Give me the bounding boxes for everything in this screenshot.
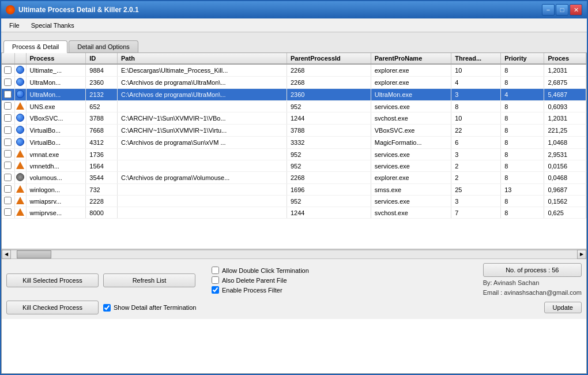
row-checkbox[interactable]	[4, 174, 12, 181]
table-row[interactable]: winlogon...7321696smss.exe25130,9687	[2, 184, 586, 196]
process-icon	[16, 114, 24, 122]
table-row[interactable]: VirtualBo...7668C:\ARCHIV~1\Sun\XVMVIR~1…	[2, 125, 586, 137]
process-name: UNS.exe	[26, 101, 86, 112]
menu-file[interactable]: File	[3, 21, 25, 30]
table-row[interactable]: vmnetdh...1564952services.exe280,0156	[2, 160, 586, 172]
show-detail-checkbox[interactable]	[103, 304, 111, 312]
threads: 2	[451, 172, 501, 184]
tab-process-detail[interactable]: Process & Detail	[3, 40, 67, 53]
col-id[interactable]: ID	[86, 53, 118, 64]
parent-id: 1244	[287, 112, 371, 125]
priority: 8	[501, 196, 544, 207]
close-button[interactable]: ✕	[570, 4, 582, 16]
parent-name: svchost.exe	[371, 207, 451, 219]
table-row[interactable]: wmiapsrv...2228952services.exe380,1562	[2, 196, 586, 207]
scroll-thumb[interactable]	[17, 250, 51, 258]
row-checkbox[interactable]	[4, 162, 12, 169]
row-checkbox[interactable]	[4, 150, 12, 158]
process-table-container[interactable]: Process ID Path ParentProcessId ParentPr…	[2, 53, 586, 249]
col-path[interactable]: Path	[118, 53, 287, 64]
parent-id: 2268	[287, 77, 371, 89]
row-icon-cell	[14, 196, 26, 207]
also-delete-checkbox[interactable]	[212, 276, 219, 284]
table-row[interactable]: UltraMon...2132C:\Archivos de programa\U…	[2, 89, 586, 101]
priority: 8	[501, 125, 544, 137]
row-checkbox[interactable]	[4, 138, 12, 146]
table-row[interactable]: UltraMon...2360C:\Archivos de programa\U…	[2, 77, 586, 89]
row-checkbox[interactable]	[4, 185, 12, 193]
menu-special-thanks[interactable]: Special Thanks	[25, 21, 80, 30]
row-icon-cell	[14, 125, 26, 137]
memory: 1,0468	[544, 137, 586, 149]
col-parent-name[interactable]: ParentProName	[371, 53, 451, 64]
scroll-right-button[interactable]: ▶	[577, 250, 586, 259]
kill-selected-button[interactable]: Kill Selected Process	[6, 273, 99, 287]
col-process[interactable]: Process	[26, 53, 86, 64]
scroll-left-button[interactable]: ◀	[2, 250, 11, 259]
process-count-box: No. of process : 56	[483, 263, 582, 277]
row-checkbox[interactable]	[4, 197, 12, 204]
process-id: 2228	[86, 196, 118, 207]
memory: 2,6875	[544, 77, 586, 89]
process-name: wmiapsrv...	[26, 196, 86, 207]
info-section: No. of process : 56 By: Avinash Sachan E…	[483, 263, 582, 297]
process-icon	[16, 66, 24, 74]
process-id: 1564	[86, 160, 118, 172]
process-name: vmnetdh...	[26, 160, 86, 172]
tab-detail-options[interactable]: Detail and Options	[69, 40, 138, 52]
col-mem[interactable]: Proces	[544, 53, 586, 64]
priority: 8	[501, 160, 544, 172]
table-row[interactable]: VirtualBo...4312C:\Archivos de programa\…	[2, 137, 586, 149]
col-priority[interactable]: Priority	[501, 53, 544, 64]
threads: 10	[451, 64, 501, 77]
parent-id: 2268	[287, 64, 371, 77]
row-checkbox[interactable]	[4, 208, 12, 216]
threads: 8	[451, 101, 501, 112]
credits-author: By: Avinash Sachan	[483, 278, 582, 288]
kill-checked-button[interactable]: Kill Checked Process	[6, 301, 99, 314]
threads: 3	[451, 89, 501, 101]
update-button[interactable]: Update	[544, 302, 582, 313]
threads: 3	[451, 196, 501, 207]
process-path	[118, 101, 287, 112]
process-id: 4312	[86, 137, 118, 149]
col-parent-id[interactable]: ParentProcessId	[287, 53, 371, 64]
row-checkbox[interactable]	[4, 66, 12, 74]
table-row[interactable]: volumous...3544C:\Archivos de programa\V…	[2, 172, 586, 184]
threads: 4	[451, 77, 501, 89]
memory: 0,0468	[544, 172, 586, 184]
scroll-track[interactable]	[11, 250, 577, 259]
row-checkbox[interactable]	[4, 114, 12, 122]
parent-id: 3788	[287, 125, 371, 137]
enable-filter-checkbox[interactable]	[212, 286, 219, 294]
parent-name: explorer.exe	[371, 77, 451, 89]
table-row[interactable]: VBoxSVC...3788C:\ARCHIV~1\Sun\XVMVIR~1\V…	[2, 112, 586, 125]
table-row[interactable]: wmiprvse...80001244svchost.exe780,625	[2, 207, 586, 219]
row-checkbox[interactable]	[4, 102, 12, 110]
maximize-button[interactable]: □	[556, 4, 568, 16]
priority: 13	[501, 184, 544, 196]
row-checkbox[interactable]	[4, 78, 12, 86]
col-icon	[14, 53, 26, 64]
col-threads[interactable]: Thread...	[451, 53, 501, 64]
row-icon-cell	[14, 64, 26, 77]
memory: 0,9687	[544, 184, 586, 196]
process-icon	[16, 138, 24, 146]
parent-name: services.exe	[371, 101, 451, 112]
refresh-list-button[interactable]: Refresh List	[103, 273, 195, 287]
table-row[interactable]: vmnat.exe1736952services.exe382,9531	[2, 149, 586, 160]
window-controls: − □ ✕	[542, 4, 582, 16]
process-name: VirtualBo...	[26, 125, 86, 137]
table-row[interactable]: UNS.exe652952services.exe880,6093	[2, 101, 586, 112]
process-path	[118, 160, 287, 172]
priority: 8	[501, 172, 544, 184]
horizontal-scrollbar[interactable]: ◀ ▶	[2, 249, 586, 258]
allow-double-click-checkbox[interactable]	[212, 267, 219, 274]
process-icon	[16, 173, 24, 181]
minimize-button[interactable]: −	[542, 4, 555, 16]
row-checkbox[interactable]	[4, 126, 12, 134]
process-path	[118, 196, 287, 207]
row-checkbox[interactable]	[4, 91, 12, 98]
table-row[interactable]: Ultimate_...9884E:\Descargas\Ultimate_Pr…	[2, 64, 586, 77]
process-icon	[16, 102, 24, 110]
